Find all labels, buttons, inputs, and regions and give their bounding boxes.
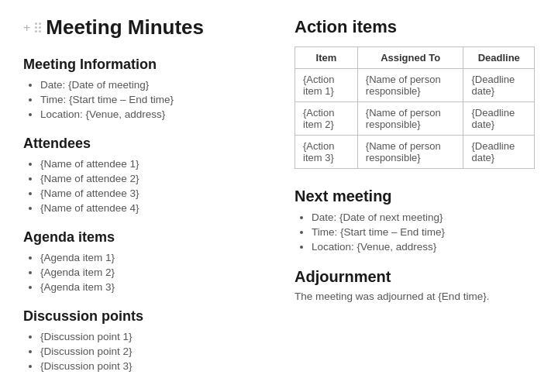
col-header-item: Item [295, 47, 358, 69]
section-agenda-items: Agenda items {Agenda item 1} {Agenda ite… [23, 229, 264, 293]
list-item: {Name of attendee 1} [40, 158, 264, 170]
list-item: Location: {Venue, address} [312, 241, 535, 253]
action-items-heading: Action items [294, 17, 535, 37]
table-header-row: Item Assigned To Deadline [295, 47, 535, 69]
table-cell-assigned: {Name of person responsible} [357, 102, 463, 136]
adjournment-text: The meeting was adjourned at {End time}. [294, 291, 535, 302]
table-cell-deadline: {Deadline date} [463, 69, 535, 102]
discussion-list: {Discussion point 1} {Discussion point 2… [23, 331, 264, 372]
meeting-info-list: Date: {Date of meeting} Time: {Start tim… [23, 79, 264, 120]
section-heading-agenda: Agenda items [23, 229, 264, 246]
title-row: + Meeting Minutes [23, 15, 264, 40]
list-item: {Name of attendee 3} [40, 187, 264, 199]
section-discussion-points: Discussion points {Discussion point 1} {… [23, 308, 264, 372]
section-adjournment: Adjournment The meeting was adjourned at… [294, 268, 535, 302]
section-heading-attendees: Attendees [23, 136, 264, 152]
list-item: {Name of attendee 4} [40, 202, 264, 214]
action-items-table: Item Assigned To Deadline {Action item 1… [294, 46, 535, 169]
section-next-meeting: Next meeting Date: {Date of next meeting… [294, 187, 535, 253]
table-cell-assigned: {Name of person responsible} [357, 136, 463, 169]
list-item: {Discussion point 2} [40, 346, 264, 357]
attendees-list: {Name of attendee 1} {Name of attendee 2… [23, 158, 264, 214]
agenda-list: {Agenda item 1} {Agenda item 2} {Agenda … [23, 252, 264, 293]
list-item: Date: {Date of meeting} [40, 79, 264, 91]
table-row: {Action item 1} {Name of person responsi… [295, 69, 535, 102]
list-item: Location: {Venue, address} [40, 108, 264, 120]
list-item: {Name of attendee 2} [40, 173, 264, 184]
left-column: + Meeting Minutes Meeting Information [23, 15, 264, 387]
list-item: Time: {Start time – End time} [312, 226, 535, 238]
list-item: {Agenda item 2} [40, 266, 264, 278]
table-cell-item: {Action item 2} [295, 102, 358, 136]
table-cell-assigned: {Name of person responsible} [357, 69, 463, 102]
adjournment-heading: Adjournment [294, 268, 535, 286]
right-column: Action items Item Assigned To Deadline {… [294, 15, 535, 387]
next-meeting-heading: Next meeting [294, 187, 535, 205]
document-title: Meeting Minutes [46, 15, 204, 40]
list-item: {Agenda item 3} [40, 281, 264, 293]
next-meeting-list: Date: {Date of next meeting} Time: {Star… [294, 211, 535, 253]
section-heading-discussion: Discussion points [23, 308, 264, 325]
col-header-assigned: Assigned To [357, 47, 463, 69]
col-header-deadline: Deadline [463, 47, 535, 69]
list-item: {Agenda item 1} [40, 252, 264, 263]
table-cell-item: {Action item 3} [295, 136, 358, 169]
table-row: {Action item 3} {Name of person responsi… [295, 136, 535, 169]
table-cell-deadline: {Deadline date} [463, 102, 535, 136]
plus-icon[interactable]: + [23, 21, 30, 35]
table-cell-deadline: {Deadline date} [463, 136, 535, 169]
section-heading-meeting-info: Meeting Information [23, 57, 264, 73]
list-item: Time: {Start time – End time} [40, 94, 264, 105]
list-item: Date: {Date of next meeting} [312, 211, 535, 223]
table-row: {Action item 2} {Name of person responsi… [295, 102, 535, 136]
section-meeting-info: Meeting Information Date: {Date of meeti… [23, 57, 264, 120]
table-cell-item: {Action item 1} [295, 69, 358, 102]
section-attendees: Attendees {Name of attendee 1} {Name of … [23, 136, 264, 214]
list-item: {Discussion point 1} [40, 331, 264, 342]
list-item: {Discussion point 3} [40, 360, 264, 372]
drag-handle[interactable] [35, 22, 41, 33]
